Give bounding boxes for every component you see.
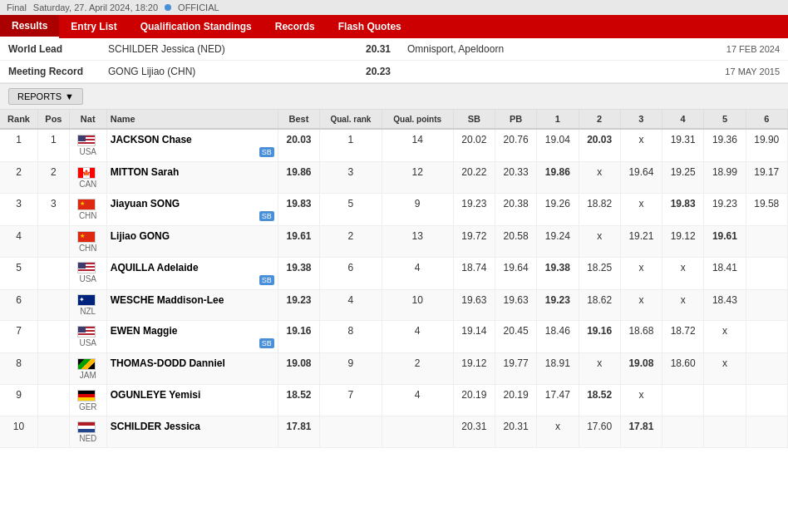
name-cell: Jiayuan SONGSB: [106, 193, 278, 225]
world-lead-score: 20.31: [341, 43, 407, 55]
header-pos: Pos: [38, 110, 70, 129]
top-bar: Final Saturday, 27. April 2024, 18:20 OF…: [0, 0, 788, 15]
throw-cell-2: 18.62: [579, 289, 620, 321]
meeting-record-row: Meeting Record GONG Lijiao (CHN) 20.23 1…: [0, 61, 788, 83]
flag-can: 🍁: [77, 167, 96, 179]
nav-item-flash-quotes[interactable]: Flash Quotes: [327, 16, 413, 37]
nav-item-results[interactable]: Results: [0, 15, 59, 38]
athlete-name: MITTON Sarah: [111, 166, 179, 178]
qual-points-cell: 9: [382, 193, 453, 225]
flag-chn: ★: [77, 199, 96, 210]
throw-cell-3: 19.08: [620, 353, 662, 385]
header-3: 3: [620, 110, 662, 129]
athlete-name: Lijiao GONG: [111, 230, 170, 242]
meeting-record-name: GONG Lijiao (CHN): [108, 66, 341, 77]
header-qual-points: Qual. points: [382, 110, 453, 129]
sb-cell: 20.22: [453, 162, 495, 194]
nat-cell: 🍁CAN: [69, 162, 106, 194]
nav-bar: ResultsEntry ListQualification Standings…: [0, 15, 788, 38]
throw-cell-3: 19.64: [620, 162, 662, 194]
rank-cell: 4: [0, 225, 38, 257]
table-header-row: Rank Pos Nat Name Best Qual. rank Qual. …: [0, 110, 788, 129]
throw-cell-2: 18.25: [579, 257, 620, 289]
name-cell: OGUNLEYE Yemisi: [106, 385, 278, 416]
reports-bar: REPORTS ▼: [0, 84, 788, 110]
pb-cell: 20.19: [495, 385, 536, 416]
athlete-name: OGUNLEYE Yemisi: [111, 389, 201, 401]
nav-item-records[interactable]: Records: [263, 16, 327, 37]
throw-cell-5: [704, 385, 746, 416]
throw-cell-1: 19.38: [537, 257, 579, 289]
qual-rank-cell: 1: [320, 129, 382, 162]
nat-cell: USA: [69, 321, 106, 353]
name-cell: JACKSON ChaseSB: [106, 129, 278, 162]
pos-cell: [38, 257, 70, 289]
throw-cell-2: 19.16: [579, 321, 620, 353]
throw-cell-1: 18.91: [537, 353, 579, 385]
header-nat: Nat: [69, 110, 106, 129]
table-row: 7USAEWEN MaggieSB19.168419.1420.4518.461…: [0, 321, 788, 353]
rank-cell: 5: [0, 257, 38, 289]
nat-cell: USA: [69, 129, 106, 162]
qual-points-cell: 4: [382, 257, 453, 289]
throw-cell-6: [746, 321, 787, 353]
throw-cell-5: 19.23: [704, 193, 746, 225]
athlete-name: WESCHE Maddison-Lee: [111, 294, 224, 306]
throw-cell-2: 18.52: [579, 385, 620, 416]
pb-cell: 20.45: [495, 321, 536, 353]
rank-cell: 10: [0, 416, 38, 448]
flag-aut: [77, 421, 96, 433]
nat-code: GER: [73, 402, 103, 411]
nat-code: USA: [73, 338, 103, 347]
throw-cell-1: 19.24: [537, 225, 579, 257]
table-row: 6✦NZLWESCHE Maddison-Lee19.2341019.6319.…: [0, 289, 788, 321]
pb-cell: 19.77: [495, 353, 536, 385]
athlete-name: AQUILLA Adelaide: [111, 262, 199, 273]
throw-cell-4: [662, 416, 704, 448]
throw-cell-1: 18.46: [537, 321, 579, 353]
rank-cell: 6: [0, 289, 38, 321]
qual-rank-cell: 6: [320, 257, 382, 289]
sb-cell: 20.31: [453, 416, 495, 448]
pos-cell: 1: [38, 129, 70, 162]
sb-badge: SB: [259, 275, 274, 285]
header-rank: Rank: [0, 110, 38, 129]
throw-cell-6: [746, 385, 787, 416]
table-container: Rank Pos Nat Name Best Qual. rank Qual. …: [0, 110, 788, 448]
flag-chn: ★: [77, 231, 96, 243]
sb-cell: 19.14: [453, 321, 495, 353]
header-2: 2: [579, 110, 620, 129]
throw-cell-6: [746, 416, 787, 448]
throw-cell-5: 18.43: [704, 289, 746, 321]
pos-cell: 3: [38, 193, 70, 225]
pos-cell: [38, 416, 70, 448]
throw-cell-6: [746, 225, 787, 257]
nat-code: JAM: [73, 371, 103, 380]
header-6: 6: [746, 110, 787, 129]
name-cell: SCHILDER Jessica: [106, 416, 278, 448]
nat-code: USA: [73, 274, 103, 283]
nat-cell: USA: [69, 257, 106, 289]
nat-code: CHN: [73, 244, 103, 253]
name-cell: MITTON Sarah: [106, 162, 278, 194]
table-row: 5USAAQUILLA AdelaideSB19.386418.7419.641…: [0, 257, 788, 289]
best-cell: 19.16: [278, 321, 319, 353]
throw-cell-2: 18.82: [579, 193, 620, 225]
rank-cell: 1: [0, 129, 38, 162]
throw-cell-3: 17.81: [620, 416, 662, 448]
throw-cell-3: x: [620, 193, 662, 225]
throw-cell-4: 19.83: [662, 193, 704, 225]
nav-item-entry-list[interactable]: Entry List: [59, 16, 128, 37]
world-lead-row: World Lead SCHILDER Jessica (NED) 20.31 …: [0, 38, 788, 61]
nav-item-qualification-standings[interactable]: Qualification Standings: [129, 16, 263, 37]
throw-cell-6: [746, 289, 787, 321]
flag-usa: [77, 135, 96, 146]
throw-cell-6: 19.58: [746, 193, 787, 225]
throw-cell-2: 20.03: [579, 129, 620, 162]
pb-cell: 19.63: [495, 289, 536, 321]
athlete-name: JACKSON Chase: [111, 134, 192, 145]
table-row: 9GEROGUNLEYE Yemisi18.527420.1920.1917.4…: [0, 385, 788, 416]
reports-button[interactable]: REPORTS ▼: [8, 88, 83, 105]
table-row: 11USAJACKSON ChaseSB20.0311420.0220.7619…: [0, 129, 788, 162]
name-cell: AQUILLA AdelaideSB: [106, 257, 278, 289]
